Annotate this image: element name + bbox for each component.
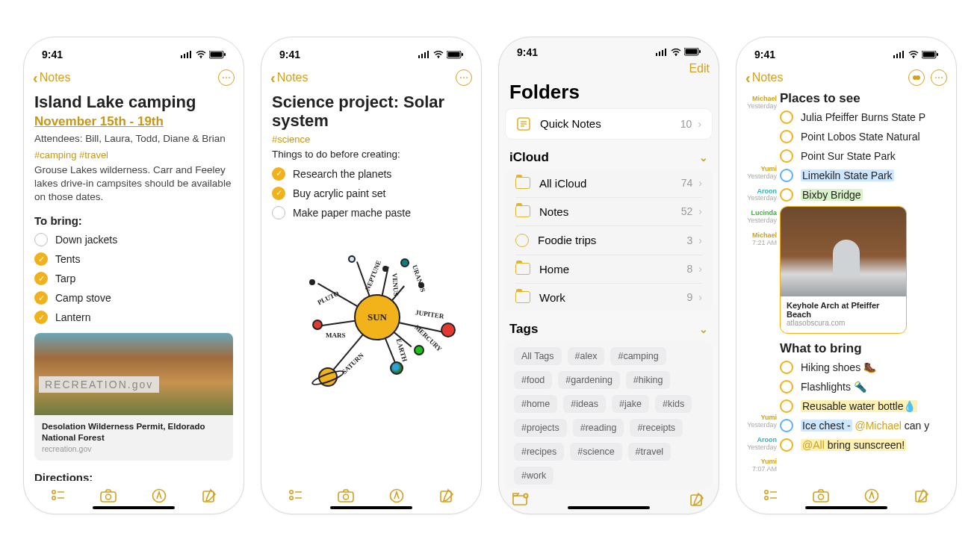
collaborators-icon[interactable] xyxy=(908,69,925,86)
checkbox-done-icon[interactable]: ✓ xyxy=(272,187,285,200)
attachment-card[interactable]: Keyhole Arch at Pfeiffer Beach atlasobsc… xyxy=(780,206,907,334)
markup-icon[interactable] xyxy=(863,488,880,504)
edit-button[interactable]: Edit xyxy=(689,62,710,75)
more-button[interactable]: ⋯ xyxy=(218,69,235,86)
home-indicator[interactable] xyxy=(330,506,412,509)
checklist-item[interactable]: ✓Tents xyxy=(34,252,233,266)
compose-icon[interactable] xyxy=(914,488,930,504)
author-time: 7:07 AM xyxy=(738,466,777,473)
checkbox-done-icon[interactable]: ✓ xyxy=(34,311,48,324)
status-bar: 9:41 xyxy=(499,37,719,59)
more-button[interactable]: ⋯ xyxy=(931,69,947,86)
tag-chip[interactable]: #work xyxy=(514,467,553,485)
compose-icon[interactable] xyxy=(438,488,455,504)
quick-notes-row[interactable]: Quick Notes 10› xyxy=(505,108,713,140)
checklist-icon[interactable] xyxy=(763,488,779,504)
checklist-item[interactable]: ✓Lantern xyxy=(34,311,233,324)
new-folder-icon[interactable] xyxy=(512,491,529,508)
status-bar: 9:41 xyxy=(261,37,481,64)
tag-chip[interactable]: #ideas xyxy=(563,395,606,413)
author-time: Yesterday xyxy=(738,195,777,202)
list-item[interactable]: Point Lobos State Natural xyxy=(780,130,946,143)
folder-row[interactable]: Notes52› xyxy=(505,198,713,225)
bullet-icon xyxy=(780,380,793,393)
checkbox-done-icon[interactable]: ✓ xyxy=(34,252,48,266)
tag-chip[interactable]: #reading xyxy=(573,419,624,437)
note-tags[interactable]: #camping #travel xyxy=(34,149,233,161)
bullet-icon xyxy=(780,361,793,374)
checkbox-done-icon[interactable]: ✓ xyxy=(34,291,48,305)
camera-icon[interactable] xyxy=(100,488,117,504)
compose-icon[interactable] xyxy=(689,491,705,508)
list-item[interactable]: Julia Pfeiffer Burns State P xyxy=(780,110,946,124)
checklist-item[interactable]: ✓Research the planets xyxy=(272,167,471,181)
folder-row[interactable]: Home8› xyxy=(505,255,713,283)
back-button[interactable]: ‹ Notes xyxy=(745,69,783,87)
more-button[interactable]: ⋯ xyxy=(456,69,472,86)
home-indicator[interactable] xyxy=(93,506,175,509)
checklist-item[interactable]: Down jackets xyxy=(34,233,233,246)
date-link[interactable]: November 15th - 19th xyxy=(34,114,164,129)
list-item[interactable]: Reusable water bottle💧 xyxy=(780,399,946,413)
checklist-item[interactable]: Make paper mache paste xyxy=(272,206,471,220)
note-content: MichaelYesterdayYumiYesterdayAroonYester… xyxy=(736,91,956,481)
note-tags[interactable]: #science xyxy=(272,134,471,145)
list-item[interactable]: @All bring sunscreen! xyxy=(780,438,946,452)
card-banner: RECREATION.gov xyxy=(39,376,159,393)
status-icons xyxy=(181,51,226,59)
quick-notes-icon xyxy=(516,116,531,131)
back-button[interactable]: ‹ Notes xyxy=(33,69,70,87)
camera-icon[interactable] xyxy=(813,488,829,504)
tag-chip[interactable]: #travel xyxy=(628,443,672,461)
list-item[interactable]: Flashlights 🔦 xyxy=(780,380,946,393)
compose-icon[interactable] xyxy=(201,488,217,504)
bring-heading: To bring: xyxy=(34,214,233,227)
tag-chip[interactable]: #kids xyxy=(655,395,692,413)
checkbox-empty-icon[interactable] xyxy=(272,206,285,220)
checklist-item[interactable]: ✓Buy acrylic paint set xyxy=(272,187,471,200)
markup-icon[interactable] xyxy=(388,488,405,504)
list-item[interactable]: Point Sur State Park xyxy=(780,149,946,163)
checkbox-done-icon[interactable]: ✓ xyxy=(34,272,48,285)
tag-chip[interactable]: #hiking xyxy=(626,371,671,389)
list-item[interactable]: Ice chest - @Michael can y xyxy=(780,419,946,432)
list-item[interactable]: Limekiln State Park xyxy=(780,169,946,182)
home-indicator[interactable] xyxy=(568,506,650,509)
tag-chip[interactable]: #gardening xyxy=(558,371,620,389)
tag-chip[interactable]: #home xyxy=(514,395,557,413)
svg-point-29 xyxy=(344,494,349,499)
markup-icon[interactable] xyxy=(151,488,167,504)
link-card[interactable]: RECREATION.gov Desolation Wilderness Per… xyxy=(34,333,233,461)
camera-icon[interactable] xyxy=(338,488,354,504)
section-tags[interactable]: Tags ⌄ xyxy=(499,311,719,341)
folder-row[interactable]: Foodie trips3› xyxy=(505,226,713,255)
section-icloud[interactable]: iCloud ⌄ xyxy=(499,140,719,169)
tag-chip[interactable]: #recipes xyxy=(514,443,564,461)
checklist-icon[interactable] xyxy=(288,488,304,504)
checklist-icon[interactable] xyxy=(50,488,66,504)
checkbox-done-icon[interactable]: ✓ xyxy=(272,167,285,181)
list-item[interactable]: Bixby Bridge xyxy=(780,188,946,202)
tag-chip[interactable]: #camping xyxy=(610,347,666,365)
wifi-icon xyxy=(433,51,444,58)
folder-row[interactable]: All iCloud74› xyxy=(505,169,713,197)
tag-chip[interactable]: #food xyxy=(514,371,552,389)
svg-rect-38 xyxy=(686,49,698,55)
checkbox-empty-icon[interactable] xyxy=(34,233,48,246)
tag-chip[interactable]: #alex xyxy=(568,347,605,365)
tag-chip[interactable]: #projects xyxy=(514,419,567,437)
home-indicator[interactable] xyxy=(805,506,887,509)
checklist-item[interactable]: ✓Tarp xyxy=(34,272,233,285)
tag-chip[interactable]: #jake xyxy=(612,395,649,413)
note-title: Science project: Solar system xyxy=(272,93,471,131)
tag-chip[interactable]: All Tags xyxy=(514,347,562,365)
back-button[interactable]: ‹ Notes xyxy=(270,69,308,87)
checklist-item[interactable]: ✓Camp stove xyxy=(34,291,233,305)
tag-chip[interactable]: #receipts xyxy=(630,419,683,437)
folder-row[interactable]: Work9› xyxy=(505,284,713,311)
list-item[interactable]: Hiking shoes 🥾 xyxy=(780,361,946,374)
tag-chip[interactable]: #science xyxy=(570,443,621,461)
item-label: Flashlights 🔦 xyxy=(801,381,866,393)
svg-point-24 xyxy=(290,491,293,494)
sub-heading: Things to do before creating: xyxy=(272,148,471,161)
